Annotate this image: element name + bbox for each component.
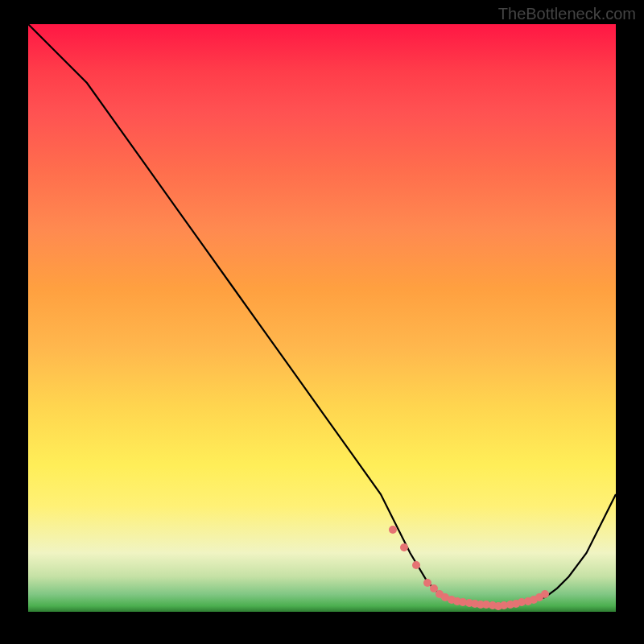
highlight-dot [412,561,420,569]
watermark-text: TheBottleneck.com [498,5,636,23]
highlight-dots-layer [28,24,616,612]
highlight-dot [389,526,397,534]
highlight-dot [400,543,408,551]
chart-plot-area [28,24,616,612]
highlight-dot [541,590,549,598]
